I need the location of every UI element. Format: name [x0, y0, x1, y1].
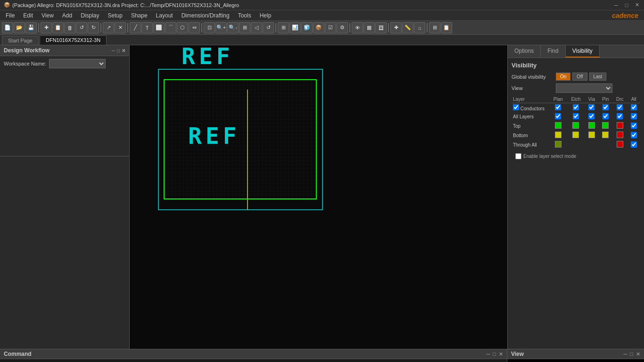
minimize-button[interactable]: ─ — [613, 2, 619, 8]
tb-layer[interactable]: ▦ — [363, 22, 375, 33]
tb-zoom-in[interactable]: 🔍+ — [215, 22, 227, 33]
tab-active[interactable]: DFN1016X752X312-3N — [40, 35, 107, 45]
tb-zoom-area[interactable]: ⊞ — [239, 22, 250, 33]
top-etch-color[interactable] — [572, 122, 579, 129]
global-vis-off[interactable]: Off — [572, 73, 587, 81]
bottom-drc-color[interactable] — [617, 132, 623, 138]
view-minimize[interactable]: ─ — [624, 351, 627, 357]
tb-pkg[interactable]: 📦 — [313, 22, 324, 33]
global-vis-on[interactable]: On — [556, 73, 570, 81]
menu-file[interactable]: File — [2, 11, 18, 20]
cmd-close[interactable]: ✕ — [499, 351, 503, 357]
close-button[interactable]: ✕ — [634, 2, 640, 8]
tb-ruler[interactable]: 📏 — [402, 22, 413, 33]
bottom-plan-color[interactable] — [555, 132, 561, 138]
menu-layout[interactable]: Layout — [152, 11, 177, 20]
tb-3dview[interactable]: 🖼 — [375, 22, 387, 33]
th-etch: Etch — [567, 96, 585, 103]
tb-zoom-out[interactable]: 🔍- — [227, 22, 239, 33]
bottom-via-color[interactable] — [588, 132, 595, 138]
conductors-checkbox[interactable] — [513, 104, 519, 110]
dw-minimize[interactable]: ─ — [112, 48, 115, 53]
tb-zoom-fit[interactable]: ⊡ — [204, 22, 215, 33]
tb-zoom-prev[interactable]: ◁ — [251, 22, 262, 33]
view-close[interactable]: ✕ — [636, 351, 640, 357]
tb-delete[interactable]: 🗑 — [64, 22, 75, 33]
tab-options[interactable]: Options — [508, 45, 541, 58]
canvas-area[interactable]: REF REF — [130, 45, 507, 349]
conductors-all[interactable] — [631, 104, 637, 110]
bottom-etch-color[interactable] — [572, 132, 579, 138]
conductors-etch[interactable] — [573, 104, 579, 110]
conductors-drc[interactable] — [617, 104, 623, 110]
dw-maximize[interactable]: □ — [117, 48, 120, 53]
dw-close[interactable]: ✕ — [122, 48, 125, 53]
tb-extra1[interactable]: ⊞ — [429, 22, 440, 33]
tb-textbox[interactable]: ⬜ — [153, 22, 165, 33]
maximize-button[interactable]: □ — [623, 2, 630, 8]
tb-new[interactable]: 📄 — [2, 22, 13, 33]
tb-refresh[interactable]: ↺ — [263, 22, 274, 33]
top-drc-color[interactable] — [617, 122, 623, 129]
tab-start-page[interactable]: Start Page — [2, 36, 39, 45]
tb-check[interactable]: ☑ — [325, 22, 336, 33]
top-all[interactable] — [631, 123, 637, 129]
menu-shape[interactable]: Shape — [127, 11, 151, 20]
tb-arc[interactable]: ⌒ — [165, 22, 176, 33]
tb-add[interactable]: ✚ — [41, 22, 52, 33]
conductors-plan[interactable] — [555, 104, 561, 110]
global-vis-last[interactable]: Last — [589, 73, 607, 81]
bottom-pin-color[interactable] — [602, 132, 609, 138]
throughall-all[interactable] — [631, 141, 637, 148]
bottom-all[interactable] — [631, 132, 637, 138]
tb-text[interactable]: T — [141, 22, 153, 33]
alllayers-plan[interactable] — [555, 113, 561, 119]
tb-sym-add[interactable]: ✚ — [390, 22, 402, 33]
throughall-drc-color[interactable] — [617, 141, 623, 148]
tb-poly[interactable]: ⬡ — [177, 22, 188, 33]
tb-copy[interactable]: 📋 — [52, 22, 64, 33]
tb-mirror[interactable]: ⇔ — [189, 22, 200, 33]
tb-chart[interactable]: 📊 — [289, 22, 301, 33]
menu-setup[interactable]: Setup — [104, 11, 126, 20]
menu-add[interactable]: Add — [58, 11, 76, 20]
menu-tools[interactable]: Tools — [234, 11, 255, 20]
tb-3d[interactable]: 🧊 — [301, 22, 313, 33]
conductors-pin[interactable] — [603, 104, 609, 110]
cmd-maximize[interactable]: □ — [493, 351, 496, 357]
cmd-minimize[interactable]: ─ — [487, 351, 490, 357]
top-via-color[interactable] — [588, 122, 595, 129]
conductors-via[interactable] — [588, 104, 594, 110]
menu-display[interactable]: Display — [77, 11, 103, 20]
menu-view[interactable]: View — [38, 11, 58, 20]
menu-help[interactable]: Help — [256, 11, 275, 20]
alllayers-all[interactable] — [631, 113, 637, 119]
alllayers-drc[interactable] — [617, 113, 623, 119]
menu-edit[interactable]: Edit — [19, 11, 37, 20]
tb-grid[interactable]: ⊞ — [278, 22, 289, 33]
tb-settings[interactable]: ⚙ — [337, 22, 348, 33]
tb-report[interactable]: 📋 — [441, 22, 452, 33]
alllayers-pin[interactable] — [603, 113, 609, 119]
throughall-plan-color[interactable] — [555, 141, 561, 148]
tb-line[interactable]: ╱ — [130, 22, 141, 33]
tb-save[interactable]: 💾 — [25, 22, 37, 33]
enable-layer-checkbox[interactable] — [515, 153, 521, 159]
top-plan-color[interactable] — [555, 122, 561, 129]
view-dropdown[interactable] — [556, 83, 612, 93]
tb-undo[interactable]: ↺ — [76, 22, 87, 33]
view-maximize[interactable]: □ — [630, 351, 633, 357]
top-pin-color[interactable] — [602, 122, 609, 129]
tab-find[interactable]: Find — [541, 45, 565, 58]
alllayers-etch[interactable] — [573, 113, 579, 119]
tb-deselect[interactable]: ✕ — [115, 22, 126, 33]
tb-select[interactable]: ↗ — [103, 22, 114, 33]
tb-house[interactable]: ⌂ — [414, 22, 425, 33]
tb-redo[interactable]: ↻ — [88, 22, 99, 33]
workspace-select[interactable] — [49, 59, 106, 68]
tab-visibility[interactable]: Visibility — [566, 45, 600, 58]
alllayers-via[interactable] — [588, 113, 594, 119]
tb-open[interactable]: 📂 — [14, 22, 25, 33]
menu-dimension[interactable]: Dimension/Drafting — [178, 11, 233, 20]
tb-view-switch[interactable]: 👁 — [352, 22, 363, 33]
